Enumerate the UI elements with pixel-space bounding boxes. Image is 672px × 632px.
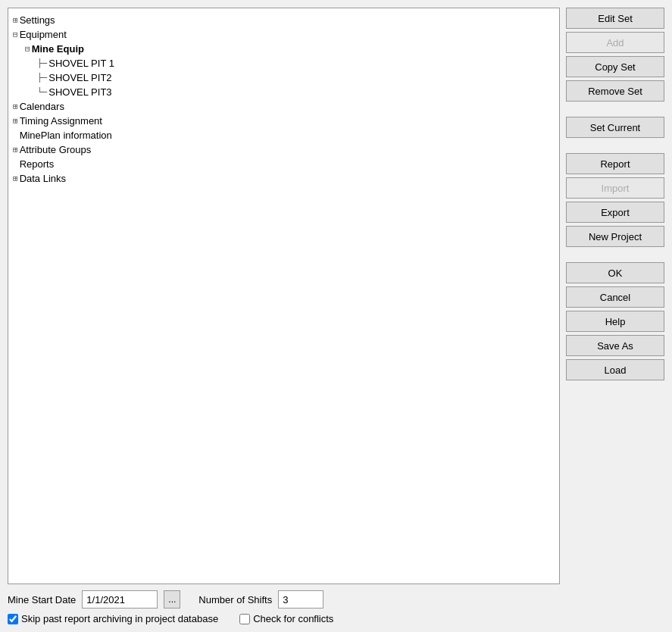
mine-start-date-label: Mine Start Date <box>8 594 76 605</box>
bottom-section: Mine Start Date ... Number of Shifts Ski… <box>8 590 664 624</box>
save-as-button[interactable]: Save As <box>566 335 664 356</box>
connector: ⊟ <box>25 44 30 54</box>
connector: ⊞ <box>13 15 18 25</box>
check-conflicts-label-text: Check for conflicts <box>253 613 333 624</box>
tree-label-calendars: Calendars <box>20 101 64 112</box>
tree-item-reports[interactable]: ⊞ Reports <box>13 157 555 171</box>
tree-label-timing: Timing Assignment <box>20 115 102 127</box>
number-of-shifts-label: Number of Shifts <box>198 594 272 605</box>
help-button[interactable]: Help <box>566 311 664 332</box>
tree-item-attr-groups[interactable]: ⊞ Attribute Groups <box>13 142 555 157</box>
import-button[interactable]: Import <box>566 177 664 199</box>
connector: ⊞ <box>13 102 18 111</box>
number-of-shifts-input[interactable] <box>278 590 323 609</box>
add-button[interactable]: Add <box>566 32 664 53</box>
copy-set-button[interactable]: Copy Set <box>566 56 664 77</box>
connector: ⊞ <box>13 174 18 183</box>
tree-label-shovel-pit3: SHOVEL PIT3 <box>48 86 111 98</box>
new-project-button[interactable]: New Project <box>566 226 664 247</box>
skip-label[interactable]: Skip past report archiving in project da… <box>8 613 218 624</box>
tree-item-mineplan[interactable]: ⊞ MinePlan information <box>13 128 555 142</box>
set-current-button[interactable]: Set Current <box>566 117 664 138</box>
tree-label-shovel-pit2: SHOVEL PIT2 <box>48 72 111 83</box>
tree-label-mine-equip: Mine Equip <box>32 43 84 55</box>
cancel-button[interactable]: Cancel <box>566 286 664 308</box>
tree-item-calendars[interactable]: ⊞ Calendars <box>13 99 555 114</box>
tree-item-timing[interactable]: ⊞ Timing Assignment <box>13 114 555 128</box>
button-panel: Edit Set Add Copy Set Remove Set Set Cur… <box>566 8 664 584</box>
mine-start-date-input[interactable] <box>82 590 158 609</box>
check-conflicts-label[interactable]: Check for conflicts <box>239 613 333 624</box>
tree-label-equipment: Equipment <box>20 29 67 40</box>
export-button[interactable]: Export <box>566 202 664 223</box>
tree-item-settings[interactable]: ⊞ Settings <box>13 13 555 27</box>
ok-button[interactable]: OK <box>566 262 664 283</box>
date-picker-button[interactable]: ... <box>164 590 180 609</box>
skip-label-text: Skip past report archiving in project da… <box>21 613 218 624</box>
tree-item-shovel-pit1[interactable]: ├─ SHOVEL PIT 1 <box>37 56 555 70</box>
connector: ⊞ <box>13 116 18 126</box>
tree-item-shovel-pit3[interactable]: └─ SHOVEL PIT3 <box>37 85 555 99</box>
tree-label-mineplan: MinePlan information <box>20 130 112 141</box>
connector: ⊟ <box>13 30 18 39</box>
connector: ⊞ <box>13 145 18 155</box>
checkbox-row: Skip past report archiving in project da… <box>8 613 664 624</box>
skip-checkbox[interactable] <box>8 614 18 624</box>
connector: ├─ <box>37 73 47 83</box>
tree-label-settings: Settings <box>20 14 55 26</box>
tree-item-data-links[interactable]: ⊞ Data Links <box>13 171 555 186</box>
main-container: ⊞ Settings ⊟ Equipment ⊟ Mine Equip ├─ S… <box>8 8 664 584</box>
tree-item-mine-equip[interactable]: ⊟ Mine Equip <box>25 42 555 56</box>
tree-label-reports: Reports <box>20 158 55 170</box>
remove-set-button[interactable]: Remove Set <box>566 80 664 102</box>
connector: └─ <box>37 87 47 97</box>
connector: ├─ <box>37 58 47 68</box>
tree-label-data-links: Data Links <box>20 173 66 184</box>
tree-item-shovel-pit2[interactable]: ├─ SHOVEL PIT2 <box>37 70 555 85</box>
tree-panel[interactable]: ⊞ Settings ⊟ Equipment ⊟ Mine Equip ├─ S… <box>8 8 560 584</box>
edit-set-button[interactable]: Edit Set <box>566 8 664 29</box>
tree-item-equipment[interactable]: ⊟ Equipment <box>13 27 555 42</box>
tree-label-shovel-pit1: SHOVEL PIT 1 <box>48 58 114 69</box>
check-conflicts-checkbox[interactable] <box>239 614 250 624</box>
load-button[interactable]: Load <box>566 359 664 380</box>
report-button[interactable]: Report <box>566 153 664 174</box>
tree-label-attr-groups: Attribute Groups <box>20 144 92 155</box>
date-row: Mine Start Date ... Number of Shifts <box>8 590 664 609</box>
